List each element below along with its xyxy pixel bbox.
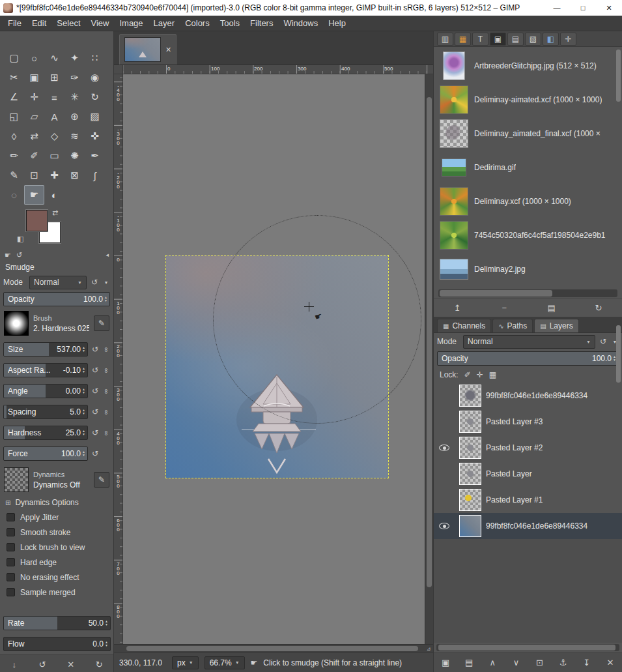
reset-icon[interactable]: ↺ bbox=[90, 407, 100, 416]
dock-tab-palettes[interactable]: ▧ bbox=[525, 33, 541, 46]
mode-dropdown[interactable]: Normal ▼ bbox=[29, 276, 87, 289]
ruler-corner[interactable] bbox=[114, 65, 123, 74]
menu-item[interactable]: Image bbox=[114, 16, 148, 30]
save-tool-preset-button[interactable]: ↓ bbox=[5, 660, 23, 669]
layer-row[interactable]: 99fbf8fc046e1de6e89446334 bbox=[434, 513, 622, 539]
unit-dropdown[interactable]: px ▼ bbox=[172, 656, 199, 669]
image-list-item[interactable]: Deliminay2.jpg bbox=[434, 252, 622, 286]
default-colors-icon[interactable]: ◧ bbox=[17, 235, 23, 243]
layer-thumbnail[interactable] bbox=[459, 489, 481, 511]
anchor-layer-button[interactable]: ⚓ bbox=[553, 658, 574, 667]
tool-paintbrush[interactable]: ✐ bbox=[24, 146, 44, 166]
layer-row[interactable]: Pasted Layer #1 bbox=[434, 487, 622, 513]
delete-layer-button[interactable]: ✕ bbox=[600, 658, 621, 667]
tab-layers[interactable]: ▤ Layers bbox=[534, 319, 578, 332]
tool-perspective[interactable]: ◊ bbox=[4, 126, 24, 146]
tool-free-select[interactable]: ∿ bbox=[44, 48, 64, 68]
delete-tool-preset-button[interactable]: ✕ bbox=[62, 660, 80, 669]
smooth-stroke-checkbox[interactable]: Smooth stroke bbox=[0, 525, 113, 540]
maximize-button[interactable]: □ bbox=[570, 0, 596, 16]
menu-item[interactable]: Layer bbox=[148, 16, 180, 30]
image-list-item[interactable]: Deliminay-aimated.xcf (1000 × 1000) bbox=[434, 83, 622, 117]
checkbox[interactable] bbox=[7, 573, 15, 581]
new-display-button[interactable]: ▤ bbox=[541, 303, 562, 313]
checkbox[interactable] bbox=[7, 528, 15, 536]
tool-dodge-burn[interactable]: ◐ bbox=[44, 185, 64, 205]
rate-slider[interactable]: Rate 50.0 ▲▼ bbox=[3, 616, 111, 630]
spinner-arrows[interactable]: ▲▼ bbox=[82, 367, 85, 373]
image-list-item[interactable]: Deliminay_aimated_final.xcf (1000 × bbox=[434, 117, 622, 151]
tool-align[interactable]: ≡ bbox=[44, 87, 64, 107]
dock-tab-images[interactable]: ▣ bbox=[490, 33, 506, 46]
canvas-viewport[interactable]: ☛ bbox=[123, 74, 425, 644]
visibility-toggle[interactable] bbox=[439, 445, 449, 451]
tool-unified-transform[interactable]: ✳ bbox=[64, 87, 85, 107]
tool-measure[interactable]: ∠ bbox=[4, 87, 24, 107]
scrollbar-thumb[interactable] bbox=[440, 290, 552, 297]
image-list-item[interactable]: Dedirima.gif bbox=[434, 151, 622, 184]
tool-eraser[interactable]: ▭ bbox=[44, 146, 64, 166]
spinner-arrows[interactable]: ▲▼ bbox=[82, 430, 85, 436]
tool-cage-transform[interactable]: ◇ bbox=[44, 126, 64, 146]
layer-thumbnail[interactable] bbox=[459, 411, 481, 433]
reset-icon[interactable]: ↺ bbox=[90, 428, 100, 437]
mode-menu-icon[interactable]: ▼ bbox=[102, 280, 110, 285]
opacity-slider[interactable]: Opacity 100.0 ▲▼ bbox=[3, 292, 110, 306]
layer-row[interactable]: 99fbf8fc046e1de6e89446334 bbox=[434, 383, 622, 409]
menu-item[interactable]: File bbox=[3, 16, 27, 30]
menu-item[interactable]: Select bbox=[51, 16, 85, 30]
layer-thumbnail[interactable] bbox=[459, 515, 481, 537]
horizontal-ruler[interactable]: 0100200300400500 bbox=[123, 65, 433, 74]
mode-reset-icon[interactable]: ↺ bbox=[598, 337, 608, 346]
tool-heal[interactable]: ✚ bbox=[44, 166, 64, 185]
checkbox[interactable] bbox=[7, 513, 15, 521]
menu-item[interactable]: Colors bbox=[180, 16, 215, 30]
dock-tab-patterns[interactable]: ▦ bbox=[455, 33, 471, 46]
foreground-color-swatch[interactable] bbox=[26, 210, 48, 231]
vertical-scrollbar[interactable] bbox=[425, 74, 433, 644]
restore-tool-preset-button[interactable]: ↺ bbox=[33, 660, 51, 669]
spinner-arrows[interactable]: ▲▼ bbox=[105, 641, 108, 647]
image-list-item[interactable]: ArtbreederGlitchjpg.jpg (512 × 512) bbox=[434, 49, 622, 83]
layer-opacity-slider[interactable]: Opacity 100.0 ▲▼ bbox=[437, 351, 619, 366]
layers-hscrollbar[interactable] bbox=[436, 644, 619, 651]
tool-select-by-color[interactable]: ∷ bbox=[85, 48, 105, 68]
dock-tab-document-history[interactable]: ▤ bbox=[507, 33, 524, 46]
angle-slider[interactable]: Angle 0.00 ▲▼ bbox=[3, 384, 88, 398]
tab-paths[interactable]: ∿ Paths bbox=[492, 319, 533, 332]
layer-mode-dropdown[interactable]: Normal ▼ bbox=[463, 335, 595, 349]
link-icon[interactable]: ∞ bbox=[103, 429, 110, 437]
image-list-item[interactable]: 7454c50320af6c4cf5af198504e2e9b1 bbox=[434, 218, 622, 252]
edit-dynamics-button[interactable]: ✎ bbox=[94, 472, 109, 488]
sample-merged-checkbox[interactable]: Sample merged bbox=[0, 585, 113, 600]
menu-item[interactable]: View bbox=[86, 16, 115, 30]
reset-tool-options-button[interactable]: ↻ bbox=[90, 660, 108, 669]
swap-colors-icon[interactable]: ⇄ bbox=[52, 209, 58, 217]
merge-down-button[interactable]: ↧ bbox=[576, 658, 597, 667]
dock-menu-icon[interactable]: ◂ bbox=[106, 252, 109, 258]
dock-tab-tool-presets[interactable]: ✛ bbox=[560, 33, 576, 46]
new-layer-button[interactable]: ▣ bbox=[435, 658, 456, 667]
layer-row[interactable]: Pasted Layer #2 bbox=[434, 435, 622, 461]
dynamics-options-expander[interactable]: ⊞ Dynamics Options bbox=[0, 495, 113, 510]
flow-slider[interactable]: Flow 0.0 ▲▼ bbox=[3, 637, 111, 651]
tool-scissors-select[interactable]: ✂ bbox=[4, 68, 24, 87]
tool-foreground-select[interactable]: ▣ bbox=[24, 68, 44, 87]
spinner-arrows[interactable]: ▲▼ bbox=[104, 296, 107, 302]
brush-name[interactable]: 2. Hardness 025 bbox=[33, 324, 89, 333]
tool-zoom[interactable]: ◉ bbox=[85, 68, 105, 87]
raise-layer-button[interactable]: ∧ bbox=[482, 658, 503, 667]
size-slider[interactable]: Size 537.00 ▲▼ bbox=[3, 342, 88, 357]
spinner-arrows[interactable]: ▲▼ bbox=[82, 388, 85, 394]
force-slider[interactable]: Force 100.0 ▲▼ bbox=[3, 446, 88, 461]
tool-fuzzy-select[interactable]: ✦ bbox=[64, 48, 85, 68]
scrollbar-thumb[interactable] bbox=[438, 645, 616, 650]
horizontal-scrollbar[interactable] bbox=[123, 644, 424, 652]
link-icon[interactable]: ∞ bbox=[103, 345, 110, 354]
tool-warp-transform[interactable]: ≋ bbox=[64, 126, 85, 146]
image-list-item[interactable]: Deliminay.xcf (1000 × 1000) bbox=[434, 184, 622, 218]
link-icon[interactable]: ∞ bbox=[103, 387, 110, 396]
remove-image-button[interactable]: − bbox=[494, 303, 515, 313]
spacing-slider[interactable]: Spacing 5.0 ▲▼ bbox=[3, 405, 88, 419]
brush-thumbnail[interactable] bbox=[4, 311, 29, 336]
